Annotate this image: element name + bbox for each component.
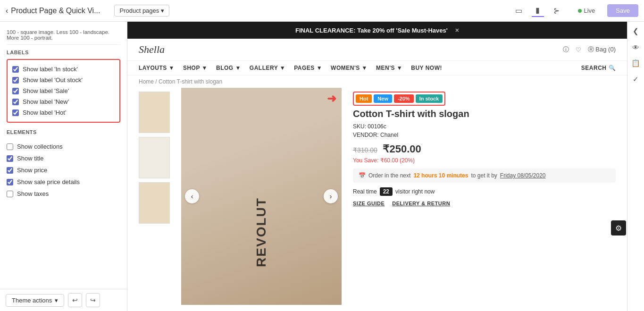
main-image-wrap: ‹ › (181, 88, 342, 305)
product-labels-box: Hot New -20% In stock (353, 92, 445, 106)
nav-blog[interactable]: BLOG ▼ (216, 65, 241, 71)
theme-actions-button[interactable]: Theme actions ▾ (6, 294, 64, 307)
banner-close-button[interactable]: × (455, 26, 459, 34)
realtime-label: Real time (353, 188, 377, 195)
checkbox-collections[interactable]: Show collections (7, 141, 120, 152)
nav-buynow[interactable]: BUY NOW! (411, 65, 442, 71)
order-date: Friday 08/05/2020 (500, 172, 546, 179)
price-label: Show price (17, 167, 47, 174)
gear-fab-button[interactable]: ⚙ (611, 220, 626, 235)
thumbnail-2[interactable] (139, 137, 170, 178)
clipboard-button[interactable]: 📋 (629, 57, 643, 70)
checkbox-sale[interactable]: Show label 'Sale' (12, 85, 115, 96)
image-next-button[interactable]: › (324, 189, 338, 203)
nav-pages[interactable]: PAGES ▼ (294, 65, 322, 71)
theme-actions-arrow-icon: ▾ (55, 297, 58, 304)
nav-layouts[interactable]: LAYOUTS ▼ (139, 65, 175, 71)
product-pages-dropdown[interactable]: Product pages ▾ (114, 5, 169, 17)
size-guide-link[interactable]: SIZE GUIDE (353, 201, 385, 206)
taxes-checkbox[interactable] (7, 191, 13, 197)
help-icon[interactable]: ⓘ (563, 45, 569, 54)
sidebar-bottom: Theme actions ▾ ↩ ↪ (0, 289, 127, 311)
order-suffix: to get it by (471, 172, 497, 179)
store-header-icons: ⓘ ♡ Ⓡ Bag (0) (563, 45, 616, 54)
sale-price-details-checkbox[interactable] (7, 179, 13, 185)
bag-icon[interactable]: Ⓡ Bag (0) (588, 45, 616, 54)
realtime-row: Real time 22 visitor right now (353, 187, 616, 196)
check-button[interactable]: ✓ (629, 73, 643, 86)
search-label: SEARCH (581, 65, 607, 71)
calendar-icon: 📅 (359, 172, 366, 179)
out-stock-label: Show label 'Out stock' (23, 76, 83, 84)
sidebar: 100 - square image. Less 100 - landscape… (0, 22, 127, 311)
save-button[interactable]: Save (607, 4, 638, 17)
eye-button[interactable]: 👁 (629, 41, 643, 54)
nav-shop[interactable]: SHOP ▼ (183, 65, 208, 71)
product-image (181, 88, 342, 305)
undo-button[interactable]: ↩ (68, 293, 82, 307)
redo-icon: ↪ (90, 296, 96, 304)
sku-label: SKU: (353, 123, 366, 130)
in-stock-checkbox[interactable] (12, 66, 19, 73)
breadcrumb: Home / Cotton T-shirt with slogan (127, 76, 627, 88)
store-logo: Shella (139, 43, 165, 56)
sidebar-content: 100 - square image. Less 100 - landscape… (0, 22, 127, 289)
new-price: ₹250.00 (383, 143, 421, 155)
thumbnail-3[interactable] (139, 182, 170, 224)
title-label: Show title (17, 155, 43, 162)
checkbox-new[interactable]: Show label 'New' (12, 96, 115, 107)
visitor-count: 22 (380, 187, 393, 196)
new-checkbox[interactable] (12, 99, 19, 105)
labels-box: Show label 'In stock' Show label 'Out st… (7, 59, 120, 123)
collections-checkbox[interactable] (7, 143, 13, 150)
order-time: 12 hours 10 minutes (413, 172, 468, 179)
product-title: Cotton T-shirt with slogan (353, 109, 616, 119)
checkbox-title[interactable]: Show title (7, 152, 120, 164)
sale-checkbox[interactable] (12, 88, 19, 94)
view-icons: ▭ ▮ ⊱ Live Save (513, 4, 639, 17)
mobile-view-icon[interactable]: ▭ (513, 5, 525, 17)
sale-label: Show label 'Sale' (23, 87, 69, 94)
checkbox-taxes[interactable]: Show taxes (7, 188, 120, 200)
nav-womens[interactable]: WOMEN'S ▼ (331, 65, 368, 71)
checkbox-price[interactable]: Show price (7, 164, 120, 176)
wishlist-icon[interactable]: ♡ (576, 46, 581, 53)
checkbox-hot[interactable]: Show label 'Hot' (12, 107, 115, 118)
split-view-icon[interactable]: ⊱ (551, 5, 563, 17)
elements-section: Show collections Show title Show price S… (7, 139, 120, 202)
title-checkbox[interactable] (7, 155, 13, 162)
checkbox-in-stock[interactable]: Show label 'In stock' (12, 64, 115, 75)
order-info: 📅 Order in the next 12 hours 10 minutes … (353, 168, 616, 183)
product-sku: SKU: 00106c (353, 123, 616, 130)
live-label: Live (584, 7, 595, 14)
dropdown-label: Product pages (119, 7, 159, 14)
product-section: ‹ › ➜ Hot New -20% In stock Cotton T-shi… (127, 88, 627, 311)
theme-actions-label: Theme actions (12, 297, 52, 304)
nav-gallery[interactable]: GALLERY ▼ (250, 65, 285, 71)
promo-banner: FINAL CLEARANCE: Take 20% off 'Sale Must… (127, 22, 627, 39)
checkbox-sale-price-details[interactable]: Show sale price details (7, 176, 120, 188)
image-prev-button[interactable]: ‹ (185, 189, 199, 203)
desktop-view-icon[interactable]: ▮ (532, 5, 544, 17)
you-save: You Save: ₹60.00 (20%) (353, 157, 616, 164)
sale-price-details-label: Show sale price details (17, 178, 80, 185)
thumbnail-1[interactable] (139, 92, 170, 133)
out-stock-checkbox[interactable] (12, 77, 19, 84)
dropdown-arrow-icon: ▾ (161, 7, 164, 14)
sku-value: 00106c (368, 123, 386, 130)
price-checkbox[interactable] (7, 167, 13, 174)
search-area[interactable]: SEARCH 🔍 (581, 65, 616, 71)
redo-button[interactable]: ↪ (86, 293, 100, 307)
banner-text: FINAL CLEARANCE: Take 20% off 'Sale Must… (295, 27, 448, 34)
order-prefix: Order in the next (368, 172, 410, 179)
store-nav: LAYOUTS ▼ SHOP ▼ BLOG ▼ GALLERY ▼ PAGES … (127, 61, 627, 76)
nav-mens[interactable]: MEN'S ▼ (376, 65, 402, 71)
back-button[interactable]: ‹ Product Page & Quick Vi... (6, 7, 100, 15)
you-save-label: You Save: (353, 157, 378, 164)
hot-checkbox[interactable] (12, 109, 19, 116)
delivery-link[interactable]: DELIVERY & RETURN (392, 201, 450, 206)
checkbox-out-stock[interactable]: Show label 'Out stock' (12, 75, 115, 85)
labels-section-header: LABELS (7, 50, 120, 55)
product-info: ➜ Hot New -20% In stock Cotton T-shirt w… (353, 88, 616, 305)
collapse-button[interactable]: ❮ (629, 25, 643, 38)
